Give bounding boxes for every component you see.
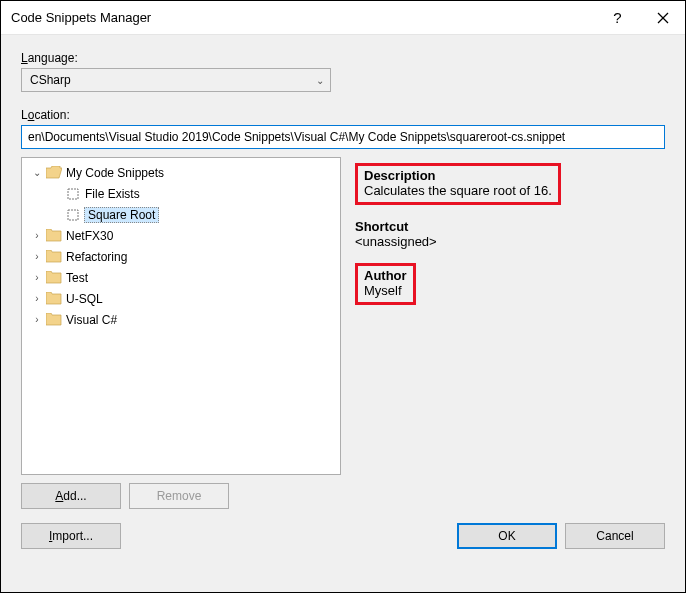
description-label: Description xyxy=(364,168,552,183)
remove-button: Remove xyxy=(129,483,229,509)
tree-folder-my-snippets[interactable]: ⌄ My Code Snippets xyxy=(22,162,340,183)
location-label: Location: xyxy=(21,108,665,122)
tree-item-file-exists[interactable]: File Exists xyxy=(22,183,340,204)
folder-icon xyxy=(46,313,62,326)
close-icon xyxy=(657,12,669,24)
bottom-buttons: Import... OK Cancel xyxy=(21,523,665,549)
main-area: ⌄ My Code Snippets File Exists xyxy=(21,157,665,475)
dialog-body: Language: CSharp ⌄ Location: en\Document… xyxy=(1,35,685,592)
tree-label: File Exists xyxy=(85,187,140,201)
description-block: Description Calculates the square root o… xyxy=(355,163,659,205)
svg-rect-2 xyxy=(68,189,78,199)
ok-button[interactable]: OK xyxy=(457,523,557,549)
folder-icon xyxy=(46,292,62,305)
chevron-down-icon: ⌄ xyxy=(316,75,324,86)
collapse-icon[interactable]: › xyxy=(30,293,44,304)
tree-label-selected: Square Root xyxy=(84,207,159,223)
add-button[interactable]: Add... xyxy=(21,483,121,509)
author-value: Myself xyxy=(364,283,407,298)
author-highlight: Author Myself xyxy=(355,263,416,305)
tree-folder-usql[interactable]: › U-SQL xyxy=(22,288,340,309)
folder-icon xyxy=(46,250,62,263)
tree-folder-vcsharp[interactable]: › Visual C# xyxy=(22,309,340,330)
snippet-icon xyxy=(66,208,80,222)
tree-folder-test[interactable]: › Test xyxy=(22,267,340,288)
folder-icon xyxy=(46,271,62,284)
collapse-icon[interactable]: › xyxy=(30,251,44,262)
tree-label: My Code Snippets xyxy=(66,166,164,180)
help-button[interactable]: ? xyxy=(595,1,640,34)
language-label: Language: xyxy=(21,51,665,65)
titlebar: Code Snippets Manager ? xyxy=(1,1,685,35)
expand-icon[interactable]: ⌄ xyxy=(30,167,44,178)
tree-label: U-SQL xyxy=(66,292,103,306)
folder-icon xyxy=(46,229,62,242)
tree-folder-netfx30[interactable]: › NetFX30 xyxy=(22,225,340,246)
tree-label: Test xyxy=(66,271,88,285)
location-value: en\Documents\Visual Studio 2019\Code Sni… xyxy=(28,130,565,144)
snippet-icon xyxy=(66,187,80,201)
tree-buttons: Add... Remove xyxy=(21,483,665,509)
language-select[interactable]: CSharp ⌄ xyxy=(21,68,331,92)
cancel-button[interactable]: Cancel xyxy=(565,523,665,549)
import-button[interactable]: Import... xyxy=(21,523,121,549)
svg-rect-3 xyxy=(68,210,78,220)
author-block: Author Myself xyxy=(355,263,659,305)
collapse-icon[interactable]: › xyxy=(30,272,44,283)
info-panel: Description Calculates the square root o… xyxy=(341,157,665,475)
shortcut-value: <unassigned> xyxy=(355,234,659,249)
folder-open-icon xyxy=(46,166,62,179)
tree-panel[interactable]: ⌄ My Code Snippets File Exists xyxy=(21,157,341,475)
shortcut-label: Shortcut xyxy=(355,219,659,234)
shortcut-block: Shortcut <unassigned> xyxy=(355,219,659,249)
tree-label: Visual C# xyxy=(66,313,117,327)
tree-label: Refactoring xyxy=(66,250,127,264)
collapse-icon[interactable]: › xyxy=(30,314,44,325)
description-highlight: Description Calculates the square root o… xyxy=(355,163,561,205)
close-button[interactable] xyxy=(640,1,685,34)
tree-folder-refactoring[interactable]: › Refactoring xyxy=(22,246,340,267)
description-value: Calculates the square root of 16. xyxy=(364,183,552,198)
tree-item-square-root[interactable]: Square Root xyxy=(22,204,340,225)
author-label: Author xyxy=(364,268,407,283)
dialog-window: Code Snippets Manager ? Language: CSharp… xyxy=(0,0,686,593)
window-title: Code Snippets Manager xyxy=(11,10,595,25)
window-controls: ? xyxy=(595,1,685,34)
location-input[interactable]: en\Documents\Visual Studio 2019\Code Sni… xyxy=(21,125,665,149)
language-value: CSharp xyxy=(30,73,71,87)
tree-label: NetFX30 xyxy=(66,229,113,243)
collapse-icon[interactable]: › xyxy=(30,230,44,241)
